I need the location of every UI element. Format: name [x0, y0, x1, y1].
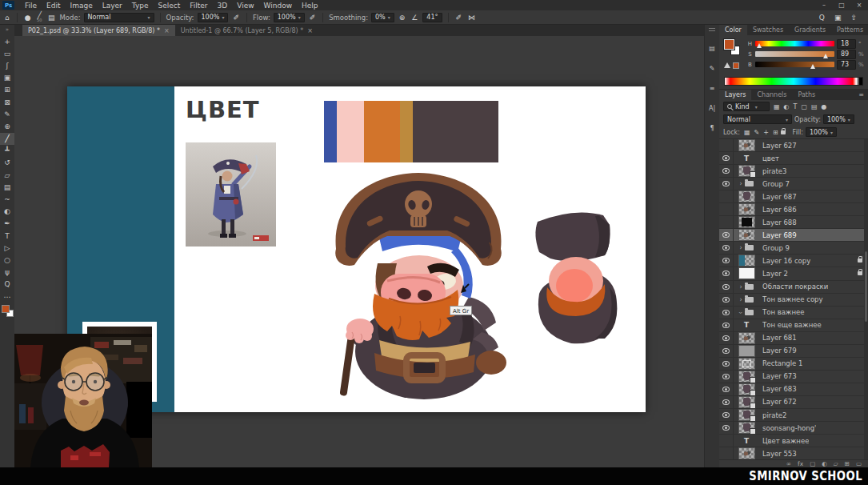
Тон еще важнее[interactable]: › T Тон еще важнее	[719, 319, 868, 332]
menu-item[interactable]: Type	[127, 2, 154, 10]
layer-visibility-toggle[interactable]	[719, 281, 734, 293]
healing-brush-tool[interactable]: ⊕	[0, 120, 14, 132]
Layer 688[interactable]: › T Layer 688	[719, 216, 868, 229]
layer-visibility-toggle[interactable]	[719, 294, 734, 306]
color-value-input[interactable]: 18	[837, 39, 856, 49]
layer-name[interactable]: Layer 689	[762, 231, 797, 239]
slider-thumb[interactable]	[810, 64, 815, 69]
link-layers-icon[interactable]: ∞	[786, 460, 791, 467]
delete-layer-icon[interactable]: ▭	[856, 460, 862, 467]
lock-artboard-icon[interactable]: ⊞	[773, 129, 778, 136]
brush-tool[interactable]: ╱	[0, 133, 14, 145]
layer-visibility-toggle[interactable]	[719, 165, 734, 177]
Group 9[interactable]: › T Group 9	[719, 242, 868, 255]
marquee-tool[interactable]: ▭	[0, 47, 14, 59]
workspace-switcher-icon[interactable]: ▣	[834, 14, 842, 22]
layer-visibility-toggle[interactable]	[719, 267, 734, 279]
opacity-pressure-icon[interactable]: ✐	[231, 14, 241, 22]
pixel-filter-icon[interactable]: ▦	[774, 103, 780, 110]
layer-name[interactable]: Layer 688	[762, 218, 797, 226]
soonsang-hong'[interactable]: › T soonsang-hong'	[719, 422, 868, 435]
layer-visibility-toggle[interactable]	[719, 409, 734, 421]
panel-tab[interactable]: Paths	[793, 90, 822, 100]
layer-visibility-toggle[interactable]	[719, 203, 734, 215]
panel-tab[interactable]: Color	[719, 25, 747, 35]
layer-visibility-toggle[interactable]	[719, 216, 734, 228]
Rectangle 1[interactable]: › T Rectangle 1	[719, 358, 868, 371]
tab-close-icon[interactable]: ×	[164, 27, 170, 34]
group-caret-icon[interactable]: ›	[739, 283, 742, 291]
gamut-swatch[interactable]	[733, 62, 739, 69]
opacity-input[interactable]: 100%▾	[198, 13, 229, 22]
gradient-tool[interactable]: ▤	[0, 181, 14, 193]
Области покраски[interactable]: › T Области покраски	[719, 281, 868, 294]
layer-name[interactable]: pirate3	[762, 167, 786, 175]
home-icon[interactable]: ⌂	[3, 14, 11, 22]
layer-visibility-toggle[interactable]	[719, 152, 734, 164]
brush-angle-input[interactable]: 41°	[422, 13, 442, 22]
Layer 679[interactable]: › T Layer 679	[719, 345, 868, 358]
slider-thumb[interactable]	[823, 54, 828, 58]
layer-name[interactable]: Layer 553	[762, 450, 797, 458]
smart-object-filter-icon[interactable]: ▤	[811, 103, 818, 110]
Тон важнее copy[interactable]: › T Тон важнее copy	[719, 294, 868, 307]
document-tab[interactable]: Untitled-1 @ 66.7% (Layer 5, RGB/8) * ×	[175, 25, 318, 36]
adjustment-filter-icon[interactable]: ◐	[784, 103, 790, 110]
layer-name[interactable]: Layer 679	[762, 347, 797, 355]
Group 7[interactable]: › T Group 7	[719, 178, 868, 190]
pin-filter-icon[interactable]: ●	[822, 103, 827, 110]
layer-name[interactable]: Layer 683	[762, 385, 797, 393]
panel-tab[interactable]: Gradients	[789, 25, 831, 35]
zoom-tool[interactable]: Q	[0, 279, 14, 291]
minimize-button[interactable]: –	[815, 0, 833, 10]
layer-visibility-toggle[interactable]	[719, 332, 734, 344]
Тон важнее[interactable]: › T Тон важнее	[719, 307, 868, 319]
smudge-tool[interactable]: ~	[0, 193, 14, 205]
brush-settings-panel-icon[interactable]: ✎	[710, 65, 715, 72]
layer-name[interactable]: Layer 673	[762, 372, 797, 380]
close-button[interactable]: ×	[850, 0, 868, 10]
smoothing-options-gear-icon[interactable]: ⊕	[398, 14, 407, 22]
Layer 627[interactable]: › T Layer 627	[719, 139, 868, 152]
menu-item[interactable]: Edit	[42, 2, 65, 10]
size-pressure-icon[interactable]: ✐	[454, 14, 464, 22]
type-tool[interactable]: T	[0, 230, 14, 242]
layer-visibility-toggle[interactable]	[719, 358, 734, 370]
layer-opacity-input[interactable]: 100% ▾	[823, 114, 854, 124]
layer-visibility-toggle[interactable]	[719, 383, 734, 395]
panel-tab[interactable]: Swatches	[747, 25, 789, 35]
layer-name[interactable]: Group 9	[762, 244, 790, 252]
flow-input[interactable]: 100%▾	[274, 13, 305, 22]
Layer 553[interactable]: › T Layer 553	[719, 447, 868, 459]
layer-visibility-toggle[interactable]	[719, 178, 734, 190]
history-brush-tool[interactable]: ↺	[0, 157, 14, 169]
color-spectrum-ramp[interactable]	[724, 77, 863, 86]
layer-name[interactable]: Layer 2	[762, 270, 788, 278]
path-select-tool[interactable]: ▷	[0, 242, 14, 254]
layer-name[interactable]: Тон важнее	[762, 308, 805, 316]
menu-item[interactable]: Image	[66, 2, 98, 10]
layer-name[interactable]: Layer 16 copy	[762, 257, 810, 265]
panel-tab[interactable]: Patterns	[831, 25, 868, 35]
layer-visibility-toggle[interactable]	[719, 435, 734, 447]
layer-effects-icon[interactable]: fx	[798, 460, 803, 467]
eraser-tool[interactable]: ▱	[0, 169, 14, 181]
foreground-color-swatch[interactable]	[724, 39, 734, 50]
search-icon[interactable]: Q	[819, 14, 825, 22]
lock-transparency-icon[interactable]: ▦	[744, 129, 750, 136]
brush-size-preview[interactable]: ╱ 50	[36, 13, 43, 22]
type-filter-icon[interactable]: T	[794, 103, 798, 110]
layer-visibility-toggle[interactable]	[719, 319, 734, 331]
airbrush-icon[interactable]: ✐	[308, 14, 318, 22]
paragraph-panel-icon[interactable]: ¶	[710, 125, 714, 132]
character-panel-icon[interactable]: A|	[709, 105, 715, 112]
layer-blend-mode-select[interactable]: Normal ▾	[723, 114, 792, 124]
layer-mask-icon[interactable]: ▢	[810, 460, 815, 467]
frame-tool[interactable]: ⊠	[0, 96, 14, 108]
layer-visibility-toggle[interactable]	[719, 139, 734, 151]
Цвет важнее[interactable]: › T Цвет важнее	[719, 435, 868, 447]
group-caret-icon[interactable]: ›	[739, 244, 742, 251]
layer-name[interactable]: Тон важнее copy	[762, 295, 823, 303]
new-layer-icon[interactable]: ⊞	[845, 460, 850, 467]
layer-visibility-toggle[interactable]	[719, 229, 734, 241]
